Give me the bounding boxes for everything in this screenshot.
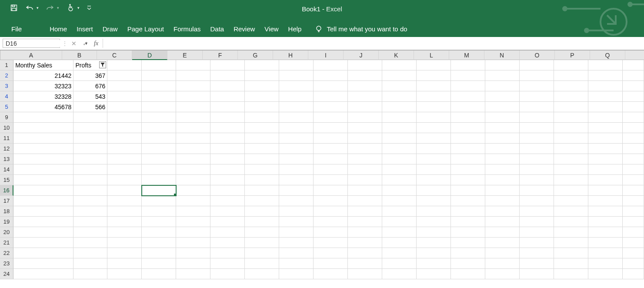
cell-M16[interactable]	[451, 185, 485, 196]
cell-K12[interactable]	[382, 144, 417, 154]
cell-Q9[interactable]	[588, 112, 623, 123]
cell-L1[interactable]	[417, 60, 451, 70]
cell-D10[interactable]	[142, 123, 176, 133]
row-header-24[interactable]: 24	[0, 269, 13, 279]
cell-K9[interactable]	[382, 112, 417, 123]
cell-O11[interactable]	[520, 133, 554, 144]
cell-A9[interactable]	[13, 112, 73, 123]
cell-I1[interactable]	[314, 60, 348, 70]
cell-N21[interactable]	[485, 238, 520, 248]
cell-E19[interactable]	[176, 217, 210, 227]
cell-K23[interactable]	[382, 258, 417, 269]
cell-P21[interactable]	[554, 238, 588, 248]
cell-C2[interactable]	[107, 70, 142, 81]
cell-A5[interactable]: 45678	[13, 102, 73, 112]
cell-J9[interactable]	[348, 112, 382, 123]
cell-L18[interactable]	[417, 206, 451, 217]
cell-F2[interactable]	[210, 70, 245, 81]
cell-Q17[interactable]	[588, 196, 623, 206]
cell-N11[interactable]	[485, 133, 520, 144]
row-header-21[interactable]: 21	[0, 238, 13, 248]
cell-I20[interactable]	[314, 227, 348, 238]
row-header-4[interactable]: 4	[0, 91, 13, 102]
cell-H2[interactable]	[279, 70, 314, 81]
cell-F20[interactable]	[210, 227, 245, 238]
tab-help[interactable]: Help	[288, 23, 302, 34]
cell-G3[interactable]	[245, 81, 279, 91]
cell-B2[interactable]: 367	[73, 70, 107, 81]
cell-O22[interactable]	[520, 248, 554, 258]
cell-K5[interactable]	[382, 102, 417, 112]
cell-G10[interactable]	[245, 123, 279, 133]
cell-C11[interactable]	[107, 133, 142, 144]
cell-F12[interactable]	[210, 144, 245, 154]
cell-M15[interactable]	[451, 175, 485, 185]
cell-J4[interactable]	[348, 91, 382, 102]
cell-A1[interactable]: Monthy Sales	[13, 60, 73, 70]
tab-page-layout[interactable]: Page Layout	[127, 23, 164, 34]
cell-J13[interactable]	[348, 154, 382, 164]
cell-A21[interactable]	[13, 238, 73, 248]
cell-B10[interactable]	[73, 123, 107, 133]
cell-E13[interactable]	[176, 154, 210, 164]
cell-A15[interactable]	[13, 175, 73, 185]
cell-I16[interactable]	[314, 185, 348, 196]
cell-F3[interactable]	[210, 81, 245, 91]
cell-I14[interactable]	[314, 164, 348, 175]
cell-K22[interactable]	[382, 248, 417, 258]
cell-K24[interactable]	[382, 269, 417, 279]
cell-A11[interactable]	[13, 133, 73, 144]
cell-B9[interactable]	[73, 112, 107, 123]
cell-Q1[interactable]	[588, 60, 623, 70]
cell-H18[interactable]	[279, 206, 314, 217]
cell-J22[interactable]	[348, 248, 382, 258]
cell-E21[interactable]	[176, 238, 210, 248]
col-header-K[interactable]: K	[379, 50, 414, 60]
cell-L4[interactable]	[417, 91, 451, 102]
cell-partial-17[interactable]	[623, 196, 644, 206]
cell-P15[interactable]	[554, 175, 588, 185]
cell-C18[interactable]	[107, 206, 142, 217]
cell-I18[interactable]	[314, 206, 348, 217]
cell-C24[interactable]	[107, 269, 142, 279]
cell-G16[interactable]	[245, 185, 279, 196]
cell-I3[interactable]	[314, 81, 348, 91]
cell-N16[interactable]	[485, 185, 520, 196]
cell-E22[interactable]	[176, 248, 210, 258]
cell-O9[interactable]	[520, 112, 554, 123]
col-header-N[interactable]: N	[484, 50, 520, 60]
cell-G14[interactable]	[245, 164, 279, 175]
cell-P14[interactable]	[554, 164, 588, 175]
cell-O19[interactable]	[520, 217, 554, 227]
cell-B13[interactable]	[73, 154, 107, 164]
cell-B12[interactable]	[73, 144, 107, 154]
cell-F13[interactable]	[210, 154, 245, 164]
cell-D23[interactable]	[142, 258, 176, 269]
cell-E5[interactable]	[176, 102, 210, 112]
tab-file[interactable]: File	[11, 23, 22, 34]
cell-H11[interactable]	[279, 133, 314, 144]
cell-O4[interactable]	[520, 91, 554, 102]
cell-O16[interactable]	[520, 185, 554, 196]
cell-N1[interactable]	[485, 60, 520, 70]
cell-H12[interactable]	[279, 144, 314, 154]
cell-D15[interactable]	[142, 175, 176, 185]
cell-Q20[interactable]	[588, 227, 623, 238]
cell-B1[interactable]: Profts	[73, 60, 107, 70]
cell-B5[interactable]: 566	[73, 102, 107, 112]
cell-Q3[interactable]	[588, 81, 623, 91]
cell-A23[interactable]	[13, 258, 73, 269]
cell-M5[interactable]	[451, 102, 485, 112]
cell-partial-20[interactable]	[623, 227, 644, 238]
cell-O2[interactable]	[520, 70, 554, 81]
cell-J12[interactable]	[348, 144, 382, 154]
cell-D2[interactable]	[142, 70, 176, 81]
cell-F10[interactable]	[210, 123, 245, 133]
cell-F15[interactable]	[210, 175, 245, 185]
tab-review[interactable]: Review	[234, 23, 255, 34]
cell-A19[interactable]	[13, 217, 73, 227]
cell-J24[interactable]	[348, 269, 382, 279]
cell-B24[interactable]	[73, 269, 107, 279]
cell-H10[interactable]	[279, 123, 314, 133]
insert-function-icon[interactable]: fx	[94, 40, 98, 47]
